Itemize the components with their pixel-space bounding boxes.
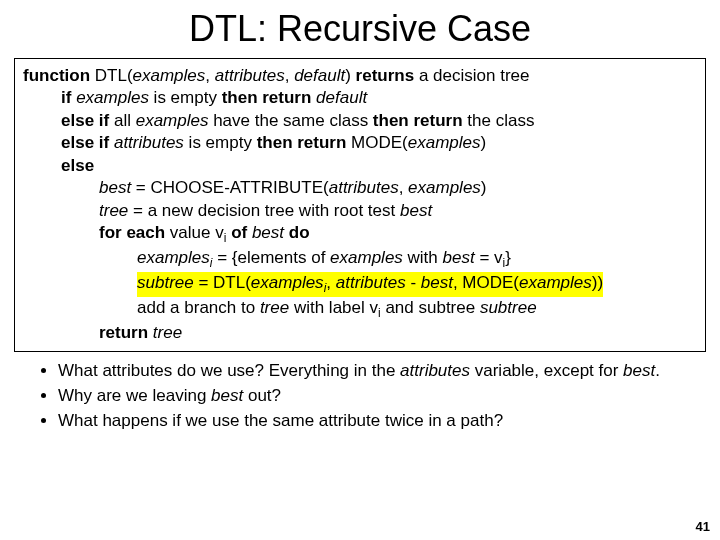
algo-line-3: else if all examples have the same class… [23,110,697,132]
t: = CHOOSE-ATTRIBUTE( [131,178,329,197]
var: best [211,386,243,405]
t: = v [475,248,503,267]
t: , MODE( [453,273,519,292]
bullet-1: What attributes do we use? Everything in… [58,360,700,383]
t: = {elements of [212,248,330,267]
page-number: 41 [696,519,710,534]
var: attributes [114,133,184,152]
var: examples [136,111,209,130]
highlighted-line: subtree = DTL(examplesi, attributes - be… [137,272,603,297]
algo-line-9: examplesi = {elements of examples with b… [23,247,697,272]
var: best [252,223,284,242]
t: } [505,248,511,267]
var: subtree [480,298,537,317]
algorithm-box: function DTL(examples, attributes, defau… [14,58,706,352]
kw: of [231,223,247,242]
var: examples [330,248,403,267]
bullet-3: What happens if we use the same attribut… [58,410,700,433]
t: all [109,111,135,130]
bullet-2: Why are we leaving best out? [58,385,700,408]
kw: else if [61,133,109,152]
algo-line-2: if examples is empty then return default [23,87,697,109]
t: DTL( [90,66,133,85]
kw: do [289,223,310,242]
var: examples [251,273,324,292]
kw: returns [356,66,415,85]
algo-line-12: return tree [23,322,697,344]
algo-line-5: else [23,155,697,177]
var: examples [519,273,592,292]
bullet-list: What attributes do we use? Everything in… [18,360,700,433]
kw: for each [99,223,165,242]
t: , [326,273,335,292]
var: attributes [400,361,470,380]
t: )) [592,273,603,292]
algo-line-8: for each value vi of best do [23,222,697,247]
t: MODE( [346,133,407,152]
var: attributes [329,178,399,197]
var: tree [99,201,128,220]
var: tree [260,298,289,317]
algo-line-1: function DTL(examples, attributes, defau… [23,66,529,85]
t: with label v [289,298,378,317]
t: - [406,273,421,292]
t: have the same class [208,111,372,130]
t: , [205,66,214,85]
algo-line-6: best = CHOOSE-ATTRIBUTE(attributes, exam… [23,177,697,199]
var: default [316,88,367,107]
t: and subtree [381,298,480,317]
var: tree [153,323,182,342]
var: best [623,361,655,380]
var: examples [408,178,481,197]
param: attributes [215,66,285,85]
t: , [285,66,294,85]
var: examples [137,248,210,267]
t: ) [481,133,487,152]
kw: else [61,156,94,175]
t: with [403,248,443,267]
t: , [399,178,408,197]
var: subtree [137,273,194,292]
t: . [655,361,660,380]
kw: then return [373,111,463,130]
var: best [99,178,131,197]
t: ) [481,178,487,197]
kw: function [23,66,90,85]
kw: then return [222,88,312,107]
kw: then return [257,133,347,152]
t: ) [345,66,355,85]
var: best [421,273,453,292]
param: examples [133,66,206,85]
var: examples [408,133,481,152]
t: variable, except for [470,361,623,380]
algo-line-7: tree = a new decision tree with root tes… [23,200,697,222]
t: = DTL( [194,273,251,292]
t: value v [165,223,224,242]
t: add a branch to [137,298,260,317]
param: default [294,66,345,85]
var: examples [76,88,149,107]
slide-title: DTL: Recursive Case [0,8,720,50]
kw: if [61,88,71,107]
algo-line-11: add a branch to tree with label vi and s… [23,297,697,322]
t: is empty [149,88,222,107]
var: best [443,248,475,267]
kw: else if [61,111,109,130]
kw: return [99,323,148,342]
algo-line-4: else if attributes is empty then return … [23,132,697,154]
t: out? [243,386,281,405]
t: Why are we leaving [58,386,211,405]
t: What attributes do we use? Everything in… [58,361,400,380]
t: = a new decision tree with root test [128,201,400,220]
var: attributes [336,273,406,292]
t: is empty [184,133,257,152]
var: best [400,201,432,220]
t: the class [463,111,535,130]
algo-line-10-highlight: subtree = DTL(examplesi, attributes - be… [23,272,697,297]
t: a decision tree [414,66,529,85]
